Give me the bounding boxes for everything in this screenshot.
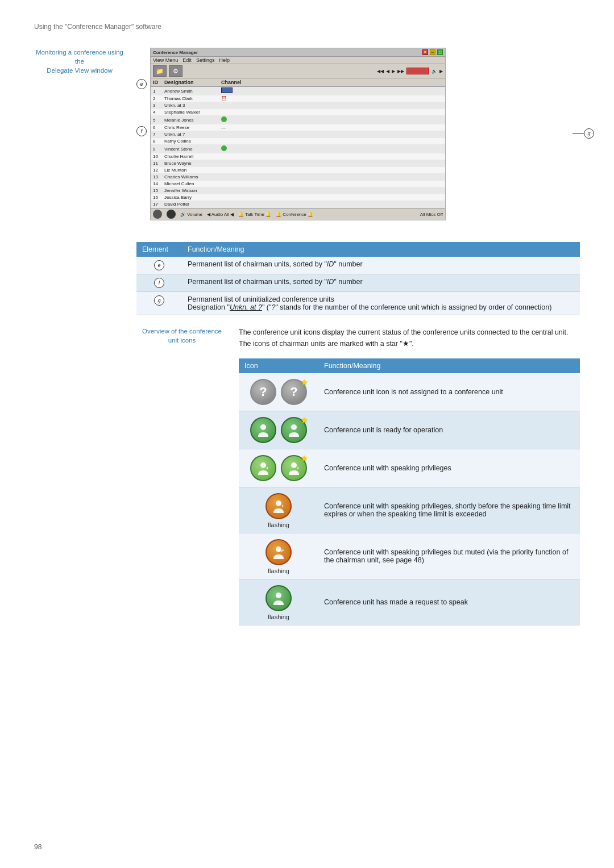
svg-point-5 [276,546,281,552]
element-cell-g: g [136,292,182,315]
svg-point-6 [276,592,281,598]
function-col-header: Function/Meaning [182,242,580,257]
window-titlebar: Conference Manager ✕ ─ □ [151,48,445,57]
conf-icon-request [265,585,292,611]
annotation-g: g [584,128,594,139]
minimize-btn[interactable]: ─ [430,49,435,55]
col-name-header: Designation [164,80,221,85]
person-speaking-icon [255,460,271,476]
table-row: 7 Unkn. at 7 [151,131,445,138]
toolbar-status [406,68,429,74]
maximize-btn[interactable]: □ [437,49,443,55]
annotation-f: f [136,126,147,136]
annotation-e: e [136,79,147,89]
window-controls: ✕ ─ □ [422,49,443,55]
icon-pair-speaking: ★ [244,454,313,482]
person-icon [255,422,271,438]
table-row: 8 Kathy Collins [151,138,445,145]
all-mics-off: All Mics Off [420,212,443,217]
icon-cell-unassigned: ? ? ★ [239,373,318,411]
table-row: e Permanent list of chairman units, sort… [136,257,580,274]
conf-icon-unassigned-2: ? ★ [281,379,307,405]
conf-icon-unassigned-1: ? [250,379,276,405]
annotations-left: e f [136,48,147,136]
overview-section-label: Overview of the conference unit icons [136,327,227,345]
annotation-circle-g: g [154,295,164,306]
status-text-2: ◀ Audio All ◀ [207,212,234,217]
status-text-3: 🔔 Talk Time 🔔 [238,212,271,217]
icon-pair-ready: ★ [244,416,313,444]
icon-table: Icon Function/Meaning ? [239,358,580,625]
delegate-table: 1 Andrew Smith 2 Thomas Clark ⏰ 3 Unkn. … [151,87,445,208]
icon-cell-speaking: ★ [239,449,318,487]
icon-cell-muted: flashing [239,533,318,579]
window-statusbar: 🔊 Volume ◀ Audio All ◀ 🔔 Talk Time 🔔 🔔 C… [151,208,445,220]
table-row: 10 Charlie Harrell [151,153,445,160]
table-row: 11 Bruce Wayne [151,160,445,167]
icon-cell-request: flashing [239,579,318,625]
table-row: 6 Chris Reese — [151,124,445,131]
flashing-label-3: flashing [244,614,313,620]
icon-col-header: Icon [239,358,318,373]
icon-table-row: ★ Conference unit with speaking privileg… [239,449,580,487]
window-outer: e f Conference Manager ✕ ─ □ View Men [136,48,580,231]
page-header: Using the "Conference Manager" software [34,23,580,31]
main-content: e f Conference Manager ✕ ─ □ View Men [136,48,580,637]
menu-edit[interactable]: Edit [182,57,192,63]
annotation-circle-e: e [154,260,164,270]
function-cell-request: Conference unit has made a request to sp… [318,579,580,625]
conf-icon-speaking-limit [265,493,292,519]
table-row: 3 Unkn. at 3 [151,102,445,109]
overview-content: The conference unit icons display the cu… [239,327,580,637]
table-row: 4 Stephanie Walker [151,109,445,116]
toolbar-folder-icon[interactable]: 📁 [153,65,167,77]
icon-table-row: flashing Conference unit with speaking p… [239,487,580,533]
icon-cell-ready: ★ [239,411,318,449]
person-speaking-icon-2 [286,460,302,476]
element-cell-e: e [136,257,182,274]
svg-point-2 [260,462,266,468]
conf-icon-speaking-2: ★ [281,455,307,481]
person-request-icon [271,590,287,606]
icon-cell-speaking-limit: flashing [239,487,318,533]
icon-table-row: ★ Conference unit is ready for operation [239,411,580,449]
toolbar-right: ◀◀◀▶▶▶ 🔈▶ [377,68,443,74]
function-cell-f: Permanent list of chairman units, sorted… [182,274,580,292]
icon-table-row: flashing Conference unit has made a requ… [239,579,580,625]
icon-table-row: flashing Conference unit with speaking p… [239,533,580,579]
flashing-label-2: flashing [244,567,313,574]
overview-body-text: The conference unit icons display the cu… [239,327,580,349]
content-area: Monitoring a conference using theDelegat… [34,48,580,637]
icon-with-label: flashing [244,492,313,528]
icon-pair-unassigned: ? ? ★ [244,378,313,406]
function-cell-speaking-limit: Conference unit with speaking privileges… [318,487,580,533]
table-row: 16 Jessica Barry [151,194,445,201]
overview-label-container: Overview of the conference unit icons [136,327,227,637]
menu-view[interactable]: View Menu [153,57,178,63]
svg-point-0 [260,424,266,430]
status-indicator [153,210,162,219]
table-row: 9 Vincent Stone [151,145,445,153]
icon-table-row: ? ? ★ Conference unit icon is not assign [239,373,580,411]
table-row: 17 David Potter [151,201,445,208]
conf-icon-ready-1 [250,417,276,443]
svg-point-3 [291,462,297,468]
table-row: 1 Andrew Smith [151,87,445,95]
close-btn[interactable]: ✕ [422,49,428,55]
toolbar-settings-icon[interactable]: ⚙ [169,65,182,77]
table-row: 5 Melanie Jones [151,116,445,124]
svg-point-4 [276,500,281,506]
star-icon: ★ [301,378,308,387]
window-menubar: View Menu Edit Settings Help [151,57,445,64]
menu-settings[interactable]: Settings [196,57,215,63]
table-row: 14 Michael Cullen [151,181,445,187]
flashing-label-1: flashing [244,521,313,528]
person-speaking-limit-icon [271,498,287,514]
function-cell-unassigned: Conference unit icon is not assigned to … [318,373,580,411]
conf-icon-speaking-1 [250,455,276,481]
table-row: g Permanent list of uninitialized confer… [136,292,580,315]
menu-help[interactable]: Help [219,57,230,63]
table-row: 2 Thomas Clark ⏰ [151,95,445,102]
overview-section: Overview of the conference unit icons Th… [136,327,580,637]
star-icon-3: ★ [301,454,308,463]
